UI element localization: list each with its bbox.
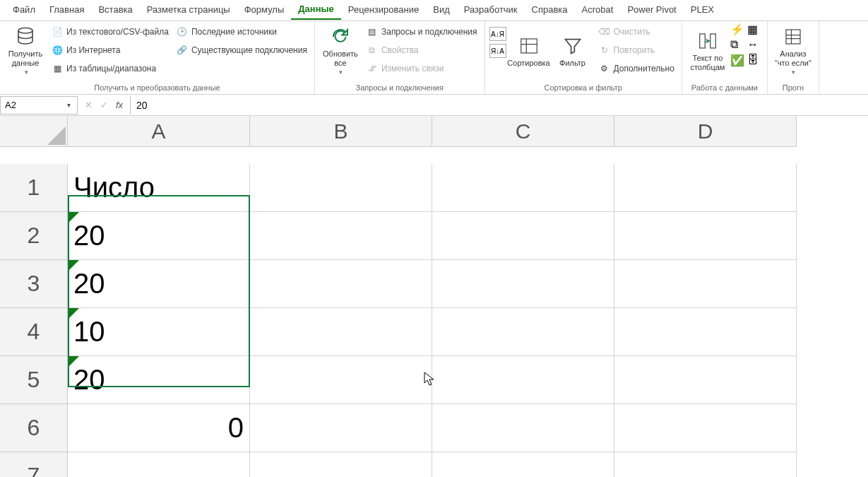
enter-formula-icon[interactable]: ✓	[97, 100, 110, 110]
data-model-icon[interactable]: 🗄	[747, 54, 763, 69]
relationships-icon[interactable]: ↔	[747, 38, 763, 54]
cell-A3[interactable]: 20	[68, 260, 250, 308]
tab-data[interactable]: Данные	[291, 1, 341, 20]
cell-A1[interactable]: Число	[68, 164, 250, 212]
sort-icon	[518, 35, 540, 57]
cell-B6[interactable]	[250, 404, 432, 452]
tab-pagelayout[interactable]: Разметка страницы	[140, 1, 237, 19]
name-box-dropdown-icon[interactable]: ▾	[60, 101, 77, 109]
text-to-columns-button[interactable]: Текст по столбцам	[686, 23, 729, 79]
formula-input[interactable]	[130, 96, 868, 114]
tab-file[interactable]: Файл	[6, 1, 42, 19]
cell-A4[interactable]: 10	[68, 308, 250, 356]
tab-home[interactable]: Главная	[42, 1, 91, 19]
cell-B4[interactable]	[250, 308, 432, 356]
col-header-B[interactable]: B	[250, 116, 432, 147]
cell-C1[interactable]	[432, 164, 614, 212]
cell-B3[interactable]	[250, 260, 432, 308]
edit-links-button: 🖇Изменить связи	[363, 59, 480, 78]
tab-plex[interactable]: PLEX	[684, 1, 721, 19]
cell-D6[interactable]	[614, 404, 797, 452]
worksheet[interactable]: A B C D 1 Число 2 20 3 20 4 10 5 20 6 0 …	[0, 116, 868, 477]
cell-D1[interactable]	[614, 164, 797, 212]
cell-C4[interactable]	[432, 308, 614, 356]
cell-D7[interactable]	[614, 452, 797, 477]
cell-C2[interactable]	[432, 212, 614, 260]
from-web-label: Из Интернета	[66, 45, 120, 55]
svg-rect-1	[521, 39, 537, 53]
properties-button: ⧉Свойства	[363, 41, 480, 59]
row-header-5[interactable]: 5	[0, 356, 68, 404]
cell-A5[interactable]: 20	[68, 356, 250, 404]
from-web-button[interactable]: 🌐Из Интернета	[48, 41, 172, 59]
sort-button[interactable]: Сортировка	[508, 23, 550, 79]
clear-icon: ⌫	[598, 25, 611, 38]
cell-C6[interactable]	[432, 404, 614, 452]
select-all-corner[interactable]	[0, 116, 68, 147]
sort-asc-icon[interactable]: A↓Я	[489, 27, 506, 41]
sort-desc-icon[interactable]: Я↓A	[489, 44, 506, 58]
row-header-4[interactable]: 4	[0, 308, 68, 356]
consolidate-icon[interactable]: ▦	[747, 23, 763, 38]
name-box-input[interactable]	[1, 100, 60, 110]
cell-D4[interactable]	[614, 308, 797, 356]
flash-fill-icon[interactable]: ⚡	[730, 23, 746, 38]
col-header-A[interactable]: A	[68, 116, 250, 147]
from-csv-button[interactable]: 📄Из текстового/CSV-файла	[48, 23, 172, 41]
tab-review[interactable]: Рецензирование	[341, 1, 426, 19]
col-header-C[interactable]: C	[432, 116, 614, 147]
cell-B7[interactable]	[250, 452, 432, 477]
recent-sources-button[interactable]: 🕑Последние источники	[173, 23, 310, 41]
row-header-7[interactable]: 7	[0, 452, 68, 477]
refresh-all-button[interactable]: Обновить все	[319, 23, 362, 79]
cell-C3[interactable]	[432, 260, 614, 308]
cancel-formula-icon[interactable]: ✕	[82, 100, 95, 110]
cell-A7[interactable]	[68, 452, 250, 477]
row-header-2[interactable]: 2	[0, 212, 68, 260]
sort-label: Сортировка	[507, 59, 549, 68]
advanced-icon: ⚙	[598, 62, 611, 75]
row-header-1[interactable]: 1	[0, 164, 68, 212]
cell-A6[interactable]: 0	[68, 404, 250, 452]
cell-A2[interactable]: 20	[68, 212, 250, 260]
filter-button[interactable]: Фильтр	[552, 23, 594, 79]
cell-D5[interactable]	[614, 356, 797, 404]
tab-help[interactable]: Справка	[525, 1, 575, 19]
cell-B2[interactable]	[250, 212, 432, 260]
reapply-label: Повторить	[614, 45, 655, 55]
row-header-6[interactable]: 6	[0, 404, 68, 452]
advanced-filter-button[interactable]: ⚙Дополнительно	[595, 59, 677, 78]
properties-label: Свойства	[381, 45, 419, 55]
svg-rect-2	[700, 34, 706, 48]
get-data-label: Получить данные	[4, 49, 47, 67]
cell-B5[interactable]	[250, 356, 432, 404]
name-box[interactable]: ▾	[0, 96, 78, 114]
cell-C5[interactable]	[432, 356, 614, 404]
queries-connections-button[interactable]: ▤Запросы и подключения	[363, 23, 480, 41]
cell-B1[interactable]	[250, 164, 432, 212]
refresh-all-label: Обновить все	[319, 49, 362, 67]
row-header-3[interactable]: 3	[0, 260, 68, 308]
tab-formulas[interactable]: Формулы	[237, 1, 292, 19]
existing-conn-button[interactable]: 🔗Существующие подключения	[173, 41, 310, 59]
filter-icon	[561, 35, 584, 57]
clear-label: Очистить	[614, 27, 650, 37]
cell-D2[interactable]	[614, 212, 797, 260]
get-data-button[interactable]: Получить данные	[4, 23, 47, 79]
tab-developer[interactable]: Разработчик	[457, 1, 525, 19]
reapply-button: ↻Повторить	[595, 41, 677, 59]
tab-acrobat[interactable]: Acrobat	[575, 1, 621, 19]
tab-powerpivot[interactable]: Power Pivot	[620, 1, 683, 19]
tab-view[interactable]: Вид	[426, 1, 457, 19]
group-sort-filter: A↓Я Я↓A Сортировка Фильтр ⌫Очистить ↻Пов…	[485, 21, 682, 94]
recent-label: Последние источники	[191, 27, 277, 37]
cell-C7[interactable]	[432, 452, 614, 477]
remove-duplicates-icon[interactable]: ⧉	[730, 38, 746, 54]
fx-icon[interactable]: fx	[113, 100, 126, 110]
whatif-button[interactable]: Анализ "что если"	[772, 23, 814, 79]
col-header-D[interactable]: D	[614, 116, 797, 147]
tab-insert[interactable]: Вставка	[91, 1, 139, 19]
data-validation-icon[interactable]: ✅	[730, 54, 746, 69]
from-table-button[interactable]: ▦Из таблицы/диапазона	[48, 59, 172, 78]
cell-D3[interactable]	[614, 260, 797, 308]
